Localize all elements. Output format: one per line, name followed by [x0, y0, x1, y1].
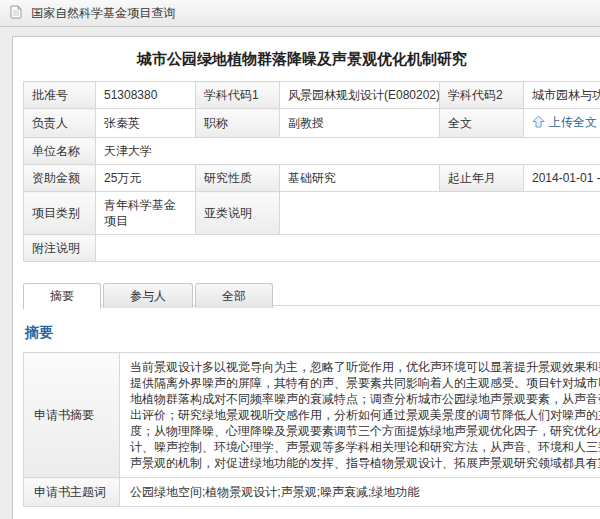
field-label-category: 项目类别 [24, 192, 96, 235]
field-label-organization: 单位名称 [24, 138, 96, 165]
field-label-subject-code2: 学科代码2 [440, 82, 524, 109]
project-info-table: 批准号 51308380 学科代码1 风景园林规划设计(E080202) 学科代… [23, 81, 600, 262]
topbar: 国家自然科学基金项目查询 [0, 0, 600, 27]
abstract-line: 地植物群落构成对不同频率噪声的衰减特点；调查分析城市公园绿地声景观要素，从声音强… [130, 391, 600, 407]
abstract-line: 出评价；研究绿地景观视听交感作用，分析如何通过景观美景度的调节降低人们对噪声的主… [130, 407, 600, 423]
table-row: 批准号 51308380 学科代码1 风景园林规划设计(E080202) 学科代… [24, 82, 600, 109]
field-value-note [96, 235, 600, 262]
field-label-period: 起止年月 [440, 165, 524, 192]
field-value-abstract: 当前景观设计多以视觉导向为主，忽略了听觉作用，优化声环境可以显著提升景观效果和整… [120, 353, 600, 478]
field-label-job-title: 职称 [196, 109, 280, 138]
abstract-line: 提供隔离外界噪声的屏障，其特有的声、景要素共同影响着人的主观感受。项目针对城市噪… [130, 375, 600, 391]
project-title: 城市公园绿地植物群落降噪及声景观优化机制研究 [13, 49, 591, 69]
abstract-line: 计、噪声控制、环境心理学、声景观等多学科相关理论和研究方法，从声音、环境和人三要… [130, 439, 600, 455]
table-row: 单位名称 天津大学 [24, 138, 600, 165]
field-label-leader: 负责人 [24, 109, 96, 138]
tab-all[interactable]: 全部 [195, 283, 273, 308]
field-value-subject-code2: 城市园林与功能(C [524, 82, 600, 109]
field-value-keywords: 公园绿地空间;植物景观设计;声景观;噪声衰减;绿地功能 [120, 478, 600, 507]
table-row: 附注说明 [24, 235, 600, 262]
field-value-leader: 张秦英 [96, 109, 196, 138]
table-row: 负责人 张秦英 职称 副教授 全文 上传全文 (获50 [24, 109, 600, 138]
field-label-research-nature: 研究性质 [196, 165, 280, 192]
field-value-organization: 天津大学 [96, 138, 600, 165]
abstract-line: 声景观的机制，对促进绿地功能的发挥、指导植物景观设计、拓展声景观研究领域都具有重… [130, 455, 600, 471]
page: 国家自然科学基金项目查询 城市公园绿地植物群落降噪及声景观优化机制研究 批准号 … [0, 0, 600, 519]
field-label-subclass: 亚类说明 [196, 192, 280, 235]
abstract-line: 度；从物理降噪、心理降噪及景观要素调节三个方面提炼绿地声景观优化因子，研究优化机… [130, 423, 600, 439]
field-label-subject-code1: 学科代码1 [196, 82, 280, 109]
field-value-job-title: 副教授 [280, 109, 440, 138]
table-row: 申请书摘要 当前景观设计多以视觉导向为主，忽略了听觉作用，优化声环境可以显著提升… [24, 353, 600, 478]
tab-bar: 摘要参与人全部 [23, 282, 600, 306]
field-value-period: 2014-01-01 - 2016 [524, 165, 600, 192]
tab-participants[interactable]: 参与人 [103, 283, 193, 308]
field-label-amount: 资助金额 [24, 165, 96, 192]
field-value-subject-code1: 风景园林规划设计(E080202) [280, 82, 440, 109]
field-label-note: 附注说明 [24, 235, 96, 262]
field-label-abstract: 申请书摘要 [24, 353, 120, 478]
abstract-table: 申请书摘要 当前景观设计多以视觉导向为主，忽略了听觉作用，优化声环境可以显著提升… [23, 352, 600, 507]
content-box: 城市公园绿地植物群落降噪及声景观优化机制研究 批准号 51308380 学科代码… [12, 36, 600, 519]
field-value-approval: 51308380 [96, 82, 196, 109]
field-label-approval: 批准号 [24, 82, 96, 109]
field-label-fulltext: 全文 [440, 109, 524, 138]
field-value-amount: 25万元 [96, 165, 196, 192]
field-value-research-nature: 基础研究 [280, 165, 440, 192]
document-icon [10, 2, 22, 28]
up-arrow-icon [532, 115, 545, 132]
page-title: 国家自然科学基金项目查询 [31, 6, 175, 20]
table-row: 申请书主题词 公园绿地空间;植物景观设计;声景观;噪声衰减;绿地功能 [24, 478, 600, 507]
abstract-line: 当前景观设计多以视觉导向为主，忽略了听觉作用，优化声环境可以显著提升景观效果和整… [130, 359, 600, 375]
section-heading-abstract: 摘要 [25, 324, 600, 342]
field-value-fulltext: 上传全文 (获50 [524, 109, 600, 138]
field-value-subclass [280, 192, 600, 235]
field-value-category: 青年科学基金项目 [96, 192, 196, 235]
field-label-keywords: 申请书主题词 [24, 478, 120, 507]
table-row: 项目类别 青年科学基金项目 亚类说明 [24, 192, 600, 235]
upload-fulltext-link[interactable]: 上传全文 [549, 115, 597, 129]
tab-abstract[interactable]: 摘要 [23, 283, 101, 309]
table-row: 资助金额 25万元 研究性质 基础研究 起止年月 2014-01-01 - 20… [24, 165, 600, 192]
